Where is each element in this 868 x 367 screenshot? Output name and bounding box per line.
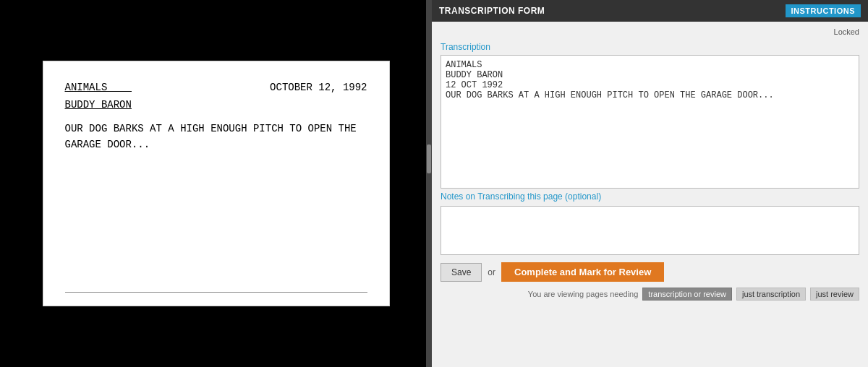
- left-scrollbar[interactable]: [426, 0, 432, 367]
- transcription-label: Transcription: [441, 42, 859, 52]
- save-button[interactable]: Save: [441, 263, 482, 282]
- document-page: ANIMALS ___ OCTOBER 12, 1992 BUDDY BARON…: [43, 61, 390, 306]
- locked-label: Locked: [441, 27, 859, 36]
- filter-just-review[interactable]: just review: [810, 288, 859, 301]
- notes-label: Notes on Transcribing this page (optiona…: [441, 191, 859, 202]
- transcription-form-panel: TRANSCRIPTION FORM INSTRUCTIONS Locked T…: [432, 0, 868, 367]
- form-header: TRANSCRIPTION FORM INSTRUCTIONS: [432, 0, 868, 22]
- filter-just-transcription[interactable]: just transcription: [736, 288, 806, 301]
- transcription-textarea[interactable]: [441, 55, 859, 189]
- or-text: or: [488, 267, 495, 277]
- doc-title-right: OCTOBER 12, 1992: [270, 82, 367, 93]
- complete-mark-review-button[interactable]: Complete and Mark for Review: [501, 262, 664, 282]
- doc-body-line1: OUR DOG BARKS AT A HIGH ENOUGH PITCH TO …: [65, 123, 357, 134]
- notes-textarea[interactable]: [441, 206, 859, 255]
- form-title: TRANSCRIPTION FORM: [439, 6, 545, 16]
- doc-title-left: ANIMALS ___: [65, 82, 132, 93]
- document-viewer: ANIMALS ___ OCTOBER 12, 1992 BUDDY BARON…: [0, 0, 432, 367]
- doc-footer-line: [65, 292, 367, 293]
- form-body: Locked Transcription Notes on Transcribi…: [432, 22, 868, 367]
- action-row: Save or Complete and Mark for Review: [441, 262, 859, 282]
- viewing-label: You are viewing pages needing: [528, 290, 639, 298]
- doc-body: OUR DOG BARKS AT A HIGH ENOUGH PITCH TO …: [65, 121, 367, 153]
- doc-body-line2: GARAGE DOOR...: [65, 139, 150, 150]
- scrollbar-thumb: [427, 144, 431, 173]
- viewing-row: You are viewing pages needing transcript…: [441, 288, 859, 301]
- doc-subtitle: BUDDY BARON: [65, 99, 367, 111]
- instructions-button[interactable]: INSTRUCTIONS: [786, 4, 861, 17]
- filter-transcription-or-review[interactable]: transcription or review: [642, 288, 732, 301]
